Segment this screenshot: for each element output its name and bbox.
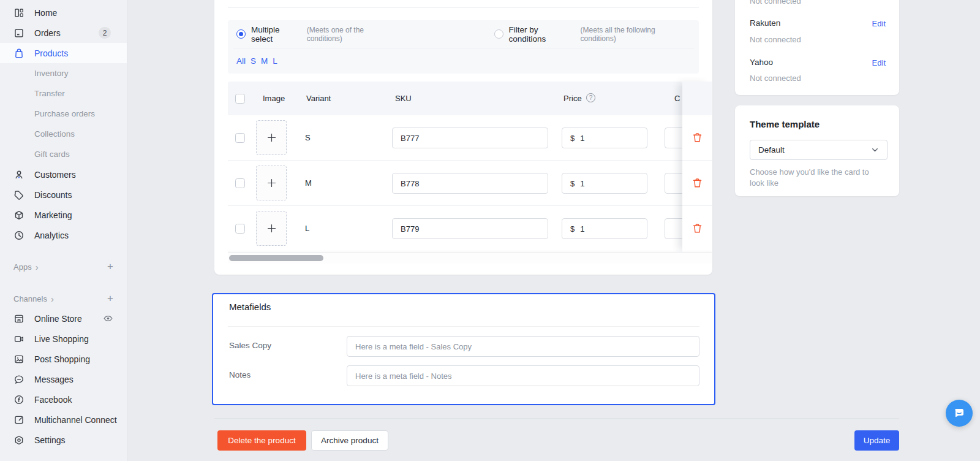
sku-input[interactable] [392, 173, 548, 194]
sticky-actions-column [682, 82, 712, 252]
sidebar-item-orders[interactable]: Orders 2 [0, 23, 127, 43]
horizontal-scrollbar[interactable] [228, 252, 712, 264]
theme-template-helper: Choose how you'd like the card to look l… [750, 167, 882, 189]
sidebar-section-channels[interactable]: Channels› + [0, 289, 127, 308]
storefront-icon [13, 313, 24, 324]
sidebar-item-label: Transfer [34, 89, 65, 98]
sidebar-item-gift-cards[interactable]: Gift cards [0, 144, 127, 164]
sidebar-item-facebook[interactable]: Facebook [0, 389, 127, 410]
sidebar-item-settings[interactable]: Settings [0, 430, 127, 450]
actions-column-header [682, 82, 712, 115]
plus-icon [266, 223, 277, 234]
sidebar-item-label: Analytics [34, 230, 69, 240]
update-button[interactable]: Update [854, 430, 899, 451]
help-icon[interactable]: ? [586, 93, 595, 102]
sidebar-item-online-store[interactable]: Online Store [0, 308, 127, 329]
metafields-card: Metafields Sales Copy Notes [212, 293, 715, 405]
chat-bubble-icon [13, 374, 24, 385]
section-label: Channels [13, 294, 47, 303]
theme-template-title: Theme template [750, 119, 820, 129]
section-label: Apps [13, 262, 32, 272]
filter-link-m[interactable]: M [261, 56, 268, 66]
column-header-variant: Variant [306, 94, 331, 103]
filter-link-all[interactable]: All [236, 56, 246, 66]
delete-variant-button[interactable] [690, 131, 704, 145]
sidebar-section-apps[interactable]: Apps› + [0, 257, 127, 276]
delete-variant-button[interactable] [690, 222, 704, 235]
sidebar-item-discounts[interactable]: Discounts [0, 185, 127, 205]
add-app-button[interactable]: + [107, 261, 113, 273]
sidebar-item-live-shopping[interactable]: Live Shopping [0, 329, 127, 349]
sidebar-item-post-shopping[interactable]: Post Shopping [0, 349, 127, 369]
price-input[interactable]: $ 1 [562, 173, 647, 194]
cube-icon [13, 210, 24, 221]
chat-launcher-button[interactable] [946, 400, 973, 427]
filter-by-conditions-radio[interactable] [494, 29, 503, 39]
sidebar-item-products[interactable]: Products [0, 43, 127, 63]
metafield-label: Notes [229, 370, 251, 379]
divider [228, 326, 699, 327]
row-checkbox[interactable] [235, 178, 245, 188]
delete-variant-button[interactable] [690, 177, 704, 190]
radio-hint: (Meets all the following conditions) [581, 26, 690, 43]
theme-template-select[interactable]: Default [750, 140, 888, 160]
sku-input[interactable] [392, 218, 548, 239]
eye-icon[interactable] [103, 313, 113, 324]
sidebar-item-messages[interactable]: Messages [0, 369, 127, 389]
sidebar-item-transfer[interactable]: Transfer [0, 83, 127, 104]
filter-link-l[interactable]: L [273, 56, 277, 66]
variant-row-s: S $ 1 [228, 115, 712, 161]
sidebar-item-purchase-orders[interactable]: Purchase orders [0, 104, 127, 124]
sidebar-item-label: Customers [34, 170, 76, 180]
shopping-bag-icon [13, 48, 24, 59]
sidebar-item-multichannel-connect[interactable]: Multichannel Connect [0, 410, 127, 430]
sidebar-item-label: Collections [34, 129, 75, 139]
add-image-button[interactable] [256, 211, 287, 246]
price-value: 1 [580, 179, 584, 188]
metafield-input-notes[interactable] [347, 365, 699, 386]
sidebar-item-customers[interactable]: Customers [0, 164, 127, 185]
sidebar-item-inventory[interactable]: Inventory [0, 63, 127, 83]
edit-square-icon [13, 414, 24, 425]
sidebar-item-label: Messages [34, 375, 74, 384]
plus-icon [266, 178, 277, 188]
column-header-price: Price [564, 94, 582, 103]
messenger-icon [952, 406, 966, 420]
sidebar-item-label: Products [34, 48, 68, 58]
multiple-select-radio[interactable] [236, 29, 246, 39]
trash-icon [692, 223, 703, 234]
sku-input[interactable] [392, 128, 548, 148]
select-all-checkbox[interactable] [235, 94, 245, 104]
add-channel-button[interactable]: + [107, 292, 113, 305]
currency-symbol: $ [570, 134, 575, 143]
column-header-partial: C [674, 94, 680, 103]
plus-icon [266, 132, 277, 143]
filter-link-s[interactable]: S [251, 56, 256, 66]
sidebar-item-home[interactable]: Home [0, 2, 127, 23]
variant-row-m: M $ 1 [228, 161, 712, 206]
channel-status: Not connected [750, 74, 801, 83]
sidebar-item-analytics[interactable]: Analytics [0, 225, 127, 245]
row-checkbox[interactable] [235, 133, 245, 143]
edit-rakuten-link[interactable]: Edit [872, 19, 886, 28]
orders-count-badge: 2 [99, 27, 111, 39]
archive-product-button[interactable]: Archive product [311, 430, 388, 451]
row-checkbox[interactable] [235, 224, 245, 234]
sidebar-item-marketing[interactable]: Marketing [0, 205, 127, 225]
add-image-button[interactable] [256, 166, 287, 200]
chevron-right-icon: › [51, 294, 54, 303]
variant-name: S [305, 133, 311, 142]
edit-yahoo-link[interactable]: Edit [872, 58, 886, 67]
price-input[interactable]: $ 1 [562, 128, 647, 148]
scrollbar-thumb[interactable] [229, 255, 323, 261]
sidebar-item-collections[interactable]: Collections [0, 124, 127, 144]
delete-product-button[interactable]: Delete the product [217, 430, 306, 451]
metafield-input-sales-copy[interactable] [347, 336, 699, 357]
sidebar-item-label: Purchase orders [34, 109, 95, 118]
selected-option: Default [758, 145, 785, 154]
sidebar-item-label: Inventory [34, 69, 69, 78]
channel-name: Rakuten [750, 18, 780, 28]
radio-hint: (Meets one of the conditions) [307, 26, 399, 43]
add-image-button[interactable] [256, 120, 287, 155]
price-input[interactable]: $ 1 [562, 218, 647, 239]
